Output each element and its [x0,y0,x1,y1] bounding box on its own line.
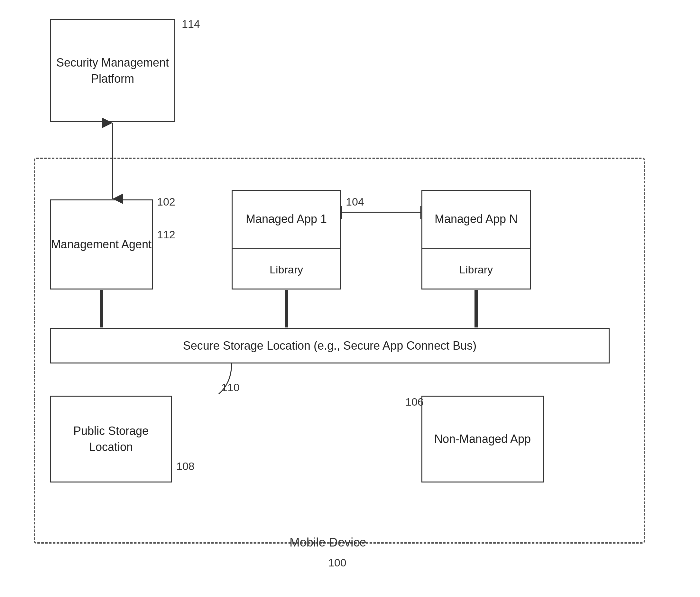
label-102: 102 [157,196,175,208]
ssl-label: Secure Storage Location (e.g., Secure Ap… [183,339,477,352]
public-storage-box: Public Storage Location [50,396,172,482]
managed-appN-library-label: Library [422,249,530,291]
psl-label: Public Storage Location [51,423,171,455]
label-100: 100 [328,556,347,569]
ma-label: Management Agent [51,237,151,252]
label-112: 112 [157,228,175,241]
managed-app1-box: Managed App 1 Library [232,190,341,290]
smp-label: Security Management Platform [51,55,174,87]
smp-box: Security Management Platform [50,19,175,122]
managed-appN-top-label: Managed App N [422,191,530,249]
managed-app1-library-label: Library [232,249,340,291]
mobile-device-label: Mobile Device [290,536,367,549]
nma-label: Non-Managed App [434,431,531,447]
label-114: 114 [182,18,200,30]
managed-app1-top-label: Managed App 1 [232,191,340,249]
label-104: 104 [346,196,364,208]
non-managed-app-box: Non-Managed App [421,396,544,482]
label-110: 110 [221,381,240,394]
diagram-container: Security Management Platform 114 Mobile … [0,0,700,597]
managed-appN-box: Managed App N Library [421,190,531,290]
label-106: 106 [405,396,424,408]
label-108: 108 [176,460,195,473]
secure-storage-box: Secure Storage Location (e.g., Secure Ap… [50,328,609,364]
management-agent-box: Management Agent [50,199,153,290]
